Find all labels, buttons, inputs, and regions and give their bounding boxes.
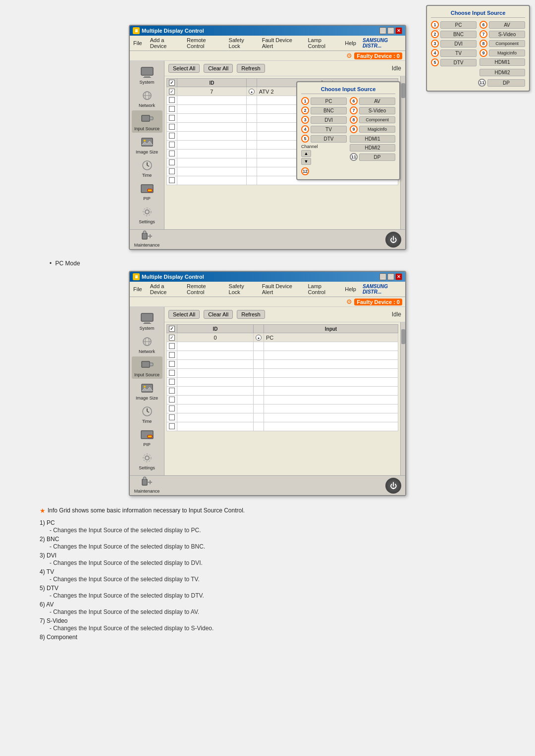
input-item-component-1[interactable]: 8 Component	[350, 116, 395, 124]
menu-fault-1[interactable]: Fault Device Alert	[261, 37, 302, 50]
svg-rect-7	[150, 117, 153, 120]
row1-checkbox[interactable]	[169, 89, 175, 95]
menu-help-2[interactable]: Help	[343, 286, 358, 293]
channel-down-button-1[interactable]: ▼	[301, 158, 311, 165]
row9-cb[interactable]	[169, 159, 175, 165]
content-area-2: Select All Clear All Refresh Idle ID Inp…	[164, 307, 405, 475]
col-check-2	[167, 325, 177, 333]
input-item-hdmi1-1[interactable]: HDMI1	[350, 135, 395, 143]
power-button-1[interactable]: ⏻	[385, 232, 401, 248]
table-panel-area-2: ID Input 0 PC	[164, 322, 405, 475]
input-item-hdmi2-1[interactable]: HDMI2	[350, 144, 395, 151]
sidebar-item-pip-1[interactable]: PIP	[132, 180, 162, 202]
menu-add-device-2[interactable]: Add a Device	[149, 283, 180, 296]
sidebar-item-settings-2[interactable]: Settings	[132, 450, 162, 472]
row5-cb[interactable]	[169, 124, 175, 130]
menu-fault-2[interactable]: Fault Device Alert	[261, 283, 302, 296]
row4-cb[interactable]	[169, 115, 175, 121]
sidebar-item-maintenance-1[interactable]: Maintenance	[132, 227, 162, 249]
sidebar-item-system-1[interactable]: System	[132, 64, 162, 86]
row1-radio[interactable]	[249, 89, 255, 95]
menu-file-2[interactable]: File	[132, 286, 144, 293]
minimize-button-2[interactable]: _	[379, 273, 386, 280]
minimize-button-1[interactable]: _	[379, 27, 386, 34]
refresh-button-2[interactable]: Refresh	[237, 310, 265, 319]
row3-cb[interactable]	[169, 106, 175, 112]
menu-file-1[interactable]: File	[132, 40, 144, 47]
close-button-1[interactable]: ✕	[395, 27, 402, 34]
sidebar-item-time-2[interactable]: Time	[132, 403, 162, 425]
power-button-2[interactable]: ⏻	[385, 478, 401, 494]
sidebar-item-settings-1[interactable]: Settings	[132, 203, 162, 226]
maximize-button-1[interactable]: □	[387, 27, 394, 34]
sidebar-item-image-2[interactable]: Image Size	[132, 380, 162, 402]
table-row[interactable]: 0 PC	[167, 333, 398, 342]
scrollbar-1[interactable]	[400, 76, 405, 229]
maintenance-icon-2	[139, 474, 155, 488]
sidebar-item-pip-2[interactable]: PIP	[132, 426, 162, 449]
info-item-desc-4: - Changes the Input Source of the select…	[50, 576, 495, 583]
sidebar-item-image-1[interactable]: Image Size	[132, 134, 162, 156]
menubar-2: File Add a Device Remote Control Safety …	[130, 282, 405, 297]
channel-up-button-1[interactable]: ▲	[301, 150, 311, 157]
menu-lamp-2[interactable]: Lamp Control	[306, 283, 338, 296]
input-item-tv-1[interactable]: 4 TV	[301, 125, 347, 133]
input-label-hdmi2-1: HDMI2	[350, 144, 395, 151]
menu-lamp-1[interactable]: Lamp Control	[306, 37, 338, 50]
sidebar-item-network-1[interactable]: Network	[132, 87, 162, 109]
input-item-bnc-1[interactable]: 2 BNC	[301, 106, 347, 114]
table-row	[167, 404, 398, 413]
clear-all-button-2[interactable]: Clear All	[204, 310, 233, 319]
sidebar-item-system-2[interactable]: System	[132, 310, 162, 332]
info-item-desc-3: - Changes the Input Source of the select…	[50, 559, 495, 566]
row1-checkbox-2[interactable]	[169, 335, 175, 341]
maximize-button-2[interactable]: □	[387, 273, 394, 280]
menu-safety-2[interactable]: Safety Lock	[227, 283, 256, 296]
sidebar-label-settings-2: Settings	[139, 465, 155, 470]
svg-point-41	[143, 477, 146, 480]
sidebar-label-maintenance-1: Maintenance	[134, 243, 160, 248]
sidebar-item-input-1[interactable]: Input Source	[132, 110, 162, 133]
row2-cb[interactable]	[169, 97, 175, 103]
sidebar-item-maintenance-2[interactable]: Maintenance	[132, 473, 162, 495]
input-item-magicinfo-1[interactable]: 9 MagicInfo	[350, 125, 395, 133]
sidebar-item-input-2[interactable]: Input Source	[132, 356, 162, 379]
input-item-av-1[interactable]: 6 AV	[350, 97, 395, 105]
row8-cb[interactable]	[169, 151, 175, 156]
menu-add-device-1[interactable]: Add a Device	[149, 37, 180, 50]
input-label-dtv-1: DTV	[311, 135, 347, 143]
row10-cb[interactable]	[169, 168, 175, 174]
input-item-dtv-1[interactable]: 5 DTV	[301, 135, 347, 143]
input-item-pc-1[interactable]: 1 PC	[301, 97, 347, 105]
scrollbar-2[interactable]	[400, 322, 405, 475]
scroll-thumb-1[interactable]	[401, 83, 405, 98]
refresh-button-1[interactable]: Refresh	[237, 64, 265, 73]
menu-help-1[interactable]: Help	[343, 40, 358, 47]
header-checkbox-1[interactable]	[169, 80, 175, 86]
input-item-dp-1[interactable]: 11 DP	[350, 153, 395, 161]
menu-remote-2[interactable]: Remote Control	[185, 283, 222, 296]
input-item-dvi-1[interactable]: 3 DVI	[301, 116, 347, 124]
main-area-2: System Network Input Source Image Size	[130, 307, 405, 475]
row1-radio-2[interactable]	[256, 335, 262, 341]
scroll-thumb-2[interactable]	[401, 329, 405, 344]
menu-safety-1[interactable]: Safety Lock	[227, 37, 256, 50]
menu-remote-1[interactable]: Remote Control	[185, 37, 222, 50]
info-item-title-6: 6) AV	[40, 601, 495, 608]
sidebar-item-network-2[interactable]: Network	[132, 333, 162, 355]
select-all-button-2[interactable]: Select All	[168, 310, 200, 319]
close-button-2[interactable]: ✕	[395, 273, 402, 280]
clear-all-button-1[interactable]: Clear All	[204, 64, 233, 73]
system-icon-2	[139, 311, 155, 325]
sidebar-item-time-1[interactable]: Time	[132, 157, 162, 179]
svg-point-39	[143, 454, 151, 462]
row11-cb[interactable]	[169, 177, 175, 183]
input-item-svideo-1[interactable]: 7 S-Video	[350, 106, 395, 114]
input-item-12-1[interactable]: 12	[301, 167, 347, 175]
header-checkbox-2[interactable]	[169, 326, 175, 332]
info-item-desc-6: - Changes the Input Source of the select…	[50, 608, 495, 615]
row6-cb[interactable]	[169, 133, 175, 139]
svg-rect-24	[143, 323, 151, 324]
row7-cb[interactable]	[169, 142, 175, 148]
select-all-button-1[interactable]: Select All	[168, 64, 200, 73]
